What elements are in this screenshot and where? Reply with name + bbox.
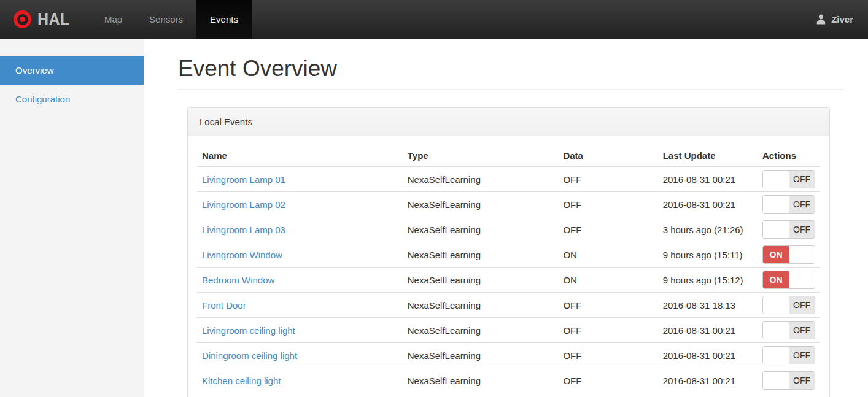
toggle-state-label: OFF [789, 296, 815, 314]
page-body: Overview Configuration Event Overview Lo… [0, 39, 868, 397]
user-name: Ziver [831, 14, 853, 25]
sidebar-item-overview[interactable]: Overview [0, 56, 144, 85]
event-type: NexaSelfLearning [403, 343, 559, 368]
sidebar: Overview Configuration [0, 39, 144, 397]
event-actions-cell: OFF [758, 343, 820, 368]
toggle-state-label: ON [763, 271, 789, 288]
toggle-state-label: OFF [789, 221, 815, 238]
toggle-handle [763, 296, 789, 314]
event-type: NexaSelfLearning [403, 318, 559, 343]
power-toggle[interactable]: OFF [762, 220, 815, 239]
event-actions-cell: OFF [758, 192, 820, 217]
event-name-link[interactable]: Bedroom Window [202, 275, 274, 285]
event-type: NexaSelfLearning [403, 242, 559, 268]
event-name-cell: Livingroom Window [197, 242, 403, 268]
col-header-last-update: Last Update [658, 145, 758, 166]
nav-item-sensors[interactable]: Sensors [136, 0, 196, 39]
panel-wrapper: Local Events Name Type Data Last Update [187, 107, 830, 397]
event-last-update: 2016-08-31 00:21 [658, 192, 758, 217]
table-row: Livingroom ceiling light NexaSelfLearnin… [197, 318, 820, 343]
main-content: Event Overview Local Events Name Type Da… [144, 39, 868, 397]
event-name-link[interactable]: Livingroom Lamp 03 [202, 225, 285, 235]
power-toggle[interactable]: OFF [762, 371, 815, 390]
hal-logo-icon [14, 10, 31, 28]
power-toggle[interactable]: OFF [762, 321, 815, 339]
power-toggle[interactable]: OFF [762, 170, 815, 188]
col-header-actions: Actions [758, 145, 820, 166]
power-toggle[interactable]: ON [762, 245, 815, 264]
events-table: Name Type Data Last Update Actions Livin… [197, 145, 820, 393]
event-name-link[interactable]: Livingroom ceiling light [202, 325, 295, 336]
table-row: Kitchen ceiling light NexaSelfLearning O… [197, 368, 820, 393]
event-name-cell: Livingroom Lamp 03 [197, 217, 403, 242]
toggle-state-label: ON [763, 246, 789, 263]
event-type: NexaSelfLearning [403, 166, 559, 192]
col-header-name: Name [197, 145, 403, 166]
panel-heading: Local Events [188, 108, 829, 136]
event-data: OFF [558, 343, 657, 368]
event-data: ON [558, 268, 657, 293]
event-data: OFF [558, 166, 657, 192]
table-row: Bedroom Window NexaSelfLearning ON 9 hou… [197, 268, 820, 293]
table-row: Livingroom Window NexaSelfLearning ON 9 … [197, 242, 820, 268]
table-row: Livingroom Lamp 03 NexaSelfLearning OFF … [197, 217, 820, 242]
event-actions-cell: ON [758, 242, 820, 268]
event-last-update: 2016-08-31 00:21 [658, 318, 758, 343]
nav-item-map[interactable]: Map [91, 0, 136, 39]
event-name-link[interactable]: Livingroom Window [202, 250, 282, 260]
event-last-update: 3 hours ago (21:26) [658, 217, 758, 242]
event-last-update: 9 hours ago (15:11) [658, 242, 758, 268]
event-last-update: 2016-08-31 00:21 [658, 368, 758, 393]
event-name-cell: Bedroom Window [197, 268, 403, 293]
event-name-link[interactable]: Livingroom Lamp 01 [202, 174, 285, 185]
event-name-link[interactable]: Livingroom Lamp 02 [202, 199, 285, 210]
toggle-handle [763, 322, 789, 339]
nav-item-events[interactable]: Events [196, 0, 252, 39]
power-toggle[interactable]: OFF [762, 296, 815, 314]
event-type: NexaSelfLearning [403, 368, 559, 393]
event-actions-cell: OFF [758, 368, 820, 393]
panel-body: Name Type Data Last Update Actions Livin… [188, 136, 829, 397]
table-row: Livingroom Lamp 01 NexaSelfLearning OFF … [197, 166, 820, 192]
page-title: Event Overview [178, 56, 844, 90]
event-actions-cell: OFF [758, 318, 820, 343]
event-actions-cell: OFF [758, 293, 820, 318]
event-data: OFF [558, 217, 657, 242]
event-actions-cell: OFF [758, 166, 820, 192]
table-row: Front Door NexaSelfLearning OFF 2016-08-… [197, 293, 820, 318]
event-data: ON [558, 242, 657, 268]
event-type: NexaSelfLearning [403, 268, 559, 293]
event-name-cell: Livingroom ceiling light [197, 318, 403, 343]
power-toggle[interactable]: OFF [762, 346, 815, 364]
table-row: Diningroom ceiling light NexaSelfLearnin… [197, 343, 820, 368]
event-data: OFF [558, 368, 657, 393]
event-name-link[interactable]: Kitchen ceiling light [202, 376, 281, 386]
local-events-panel: Local Events Name Type Data Last Update [187, 107, 830, 397]
events-table-body: Livingroom Lamp 01 NexaSelfLearning OFF … [197, 166, 820, 393]
col-header-data: Data [558, 145, 657, 166]
event-type: NexaSelfLearning [403, 192, 559, 217]
power-toggle[interactable]: ON [762, 271, 815, 289]
col-header-type: Type [403, 145, 559, 166]
table-row: Livingroom Lamp 02 NexaSelfLearning OFF … [197, 192, 820, 217]
power-toggle[interactable]: OFF [762, 195, 815, 214]
event-name-cell: Diningroom ceiling light [197, 343, 403, 368]
event-name-cell: Kitchen ceiling light [197, 368, 403, 393]
event-name-link[interactable]: Front Door [202, 300, 246, 310]
toggle-handle [763, 196, 789, 213]
event-data: OFF [558, 293, 657, 318]
user-menu[interactable]: Ziver [801, 0, 868, 39]
sidebar-item-configuration[interactable]: Configuration [0, 85, 144, 114]
event-last-update: 2016-08-31 18:13 [658, 293, 758, 318]
events-table-header: Name Type Data Last Update Actions [197, 145, 820, 166]
event-name-link[interactable]: Diningroom ceiling light [202, 350, 297, 361]
toggle-handle [763, 347, 789, 364]
top-navbar: HAL Map Sensors Events Ziver [0, 0, 868, 39]
event-actions-cell: ON [758, 268, 820, 293]
brand[interactable]: HAL [0, 0, 82, 39]
toggle-handle [789, 271, 815, 288]
event-last-update: 2016-08-31 00:21 [658, 166, 758, 192]
toggle-handle [763, 372, 789, 389]
toggle-state-label: OFF [789, 322, 815, 339]
event-type: NexaSelfLearning [403, 293, 559, 318]
